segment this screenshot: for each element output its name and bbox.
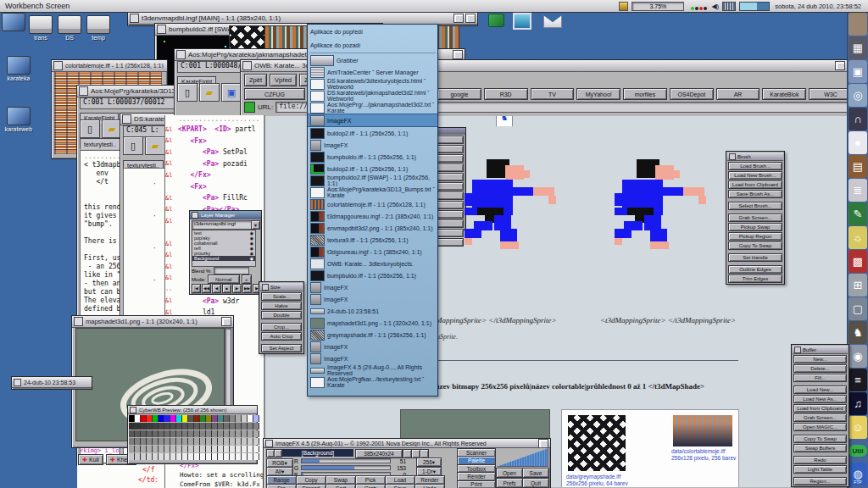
palette-swatch[interactable]: [182, 423, 188, 430]
brush-button-loadnewbrush[interactable]: Load New Brush...: [728, 171, 782, 180]
palette-swatch[interactable]: [200, 430, 206, 437]
brush-button-loadbrush[interactable]: Load Brush...: [728, 162, 782, 170]
palette-swatch[interactable]: [188, 446, 194, 452]
palette-swatch[interactable]: [200, 453, 206, 460]
palette-swatch[interactable]: [182, 446, 188, 452]
buffer-button-fill[interactable]: Fill...: [793, 374, 847, 382]
bookmark-button-karateblok[interactable]: KarateBlok: [762, 88, 806, 100]
palette-swatch[interactable]: [224, 415, 230, 422]
palette-swatch[interactable]: [194, 453, 200, 460]
buffer-button-loadnew[interactable]: Load New...: [793, 385, 847, 394]
close-gadget-icon[interactable]: [14, 379, 21, 386]
util-button[interactable]: Util: [849, 445, 867, 457]
palette-swatch[interactable]: [200, 415, 206, 422]
brush-button-loadfromclipboard[interactable]: Load from Clipboard: [728, 180, 782, 189]
palette-swatch[interactable]: [147, 423, 153, 430]
close-gadget-icon[interactable]: [130, 14, 139, 23]
strip-cell[interactable]: [436, 145, 464, 153]
floppy-save-icon[interactable]: ▣: [849, 60, 867, 83]
palette-swatch[interactable]: [230, 446, 236, 452]
palette-swatch[interactable]: [242, 446, 248, 452]
palette-swatch[interactable]: [194, 438, 200, 445]
image2-caption-name[interactable]: data/colortablemoje.iff: [671, 448, 736, 455]
palette-swatch[interactable]: [200, 438, 206, 445]
size-button-autocrop[interactable]: Auto Crop: [261, 332, 302, 341]
palette-swatch[interactable]: [194, 415, 200, 422]
brush-button-savebrushas[interactable]: Save Brush As...: [728, 190, 782, 198]
menu-item[interactable]: ImageFX 4.5 (29-Aug-0..., All Rights Res…: [308, 364, 437, 376]
save-disk-icon[interactable]: ▣: [221, 83, 242, 102]
palette-swatch[interactable]: [206, 423, 212, 430]
layer-manager-window[interactable]: Layer Manager t3denvmapdbl.ingf ▾ text◉p…: [189, 210, 262, 295]
speaker-icon[interactable]: ◀): [711, 3, 719, 10]
menu-item[interactable]: envmapdblt3d2.png - 1:1 (385x240, 1:1): [308, 222, 437, 234]
strip-cell[interactable]: [436, 210, 464, 219]
palette-swatch[interactable]: [153, 438, 159, 445]
strip-cell[interactable]: [436, 173, 464, 181]
photos-icon[interactable]: [513, 13, 531, 30]
palette-swatch[interactable]: [159, 453, 164, 460]
palette-swatch[interactable]: [176, 446, 182, 452]
channel-slider-R[interactable]: [301, 458, 391, 463]
palette-swatch[interactable]: [242, 438, 248, 445]
close-gadget-icon[interactable]: [192, 212, 198, 219]
palette-swatch[interactable]: [206, 438, 212, 445]
brush-panel[interactable]: Brush Load Brush...Load New Brush...Load…: [726, 151, 785, 285]
depth-gadget-icon[interactable]: [453, 50, 463, 59]
size-button-double[interactable]: Double: [261, 311, 302, 319]
rainbow-smiley-icon[interactable]: ☺: [849, 416, 867, 439]
palette-swatch[interactable]: [141, 430, 147, 437]
strip-cell[interactable]: [436, 136, 464, 144]
palette-swatch[interactable]: [206, 415, 212, 422]
open-folder-icon[interactable]: ▰: [145, 136, 165, 155]
menu-item[interactable]: t3dgoureau.ingf - 1:1 (385x240, 1:1): [308, 246, 437, 258]
palette-swatch[interactable]: [176, 453, 182, 460]
buffer-button-grabscreen[interactable]: Grab Screen...: [793, 413, 847, 422]
buffer-button-new[interactable]: New...: [793, 355, 847, 363]
palette-swatch[interactable]: [164, 438, 170, 445]
new-document-icon[interactable]: ▯: [80, 119, 100, 138]
nav-button-vpřed[interactable]: Vpřed: [270, 74, 297, 86]
palette-swatch[interactable]: [141, 438, 147, 445]
bookmark-button-morfiles[interactable]: morfiles: [623, 88, 667, 100]
palette-swatch[interactable]: [236, 415, 242, 422]
palette-swatch[interactable]: [188, 430, 194, 437]
palette-swatch[interactable]: [200, 446, 206, 452]
headphones-icon[interactable]: ∩: [849, 108, 867, 130]
palette-swatch[interactable]: [253, 446, 259, 452]
palette-swatch[interactable]: [236, 438, 242, 445]
palette-swatch[interactable]: [212, 438, 218, 445]
buffer-button-openmagic[interactable]: Open MAGIC...: [793, 423, 847, 431]
menu-item[interactable]: t3dmapgoureau.ingf - 2:1 (385x240, 1:1): [308, 210, 437, 222]
file-tab[interactable]: texturytesti..: [80, 138, 120, 149]
palette-swatch[interactable]: [159, 423, 164, 430]
palette-swatch[interactable]: [164, 423, 170, 430]
buffer-button-region[interactable]: Region...: [793, 477, 847, 485]
layer-visible-eye-icon[interactable]: ◉: [250, 256, 253, 261]
menu-item[interactable]: DS:karateweb/jakmapshadet3d2.html ˇ Webw…: [308, 90, 437, 102]
palette-swatch[interactable]: [218, 430, 224, 437]
palette-swatch[interactable]: [236, 430, 242, 437]
palette-swatch[interactable]: [141, 446, 147, 452]
imagefx-prefs-button[interactable]: Prefs: [496, 478, 523, 488]
palette-swatch[interactable]: [206, 446, 212, 452]
palette-swatch[interactable]: [188, 423, 194, 430]
close-gadget-icon[interactable]: [176, 50, 186, 59]
palette-grid[interactable]: [128, 414, 257, 462]
palette-swatch[interactable]: [194, 423, 200, 430]
palette-swatch[interactable]: [176, 423, 182, 430]
palette-swatch[interactable]: [253, 423, 259, 430]
close-gadget-icon[interactable]: [130, 407, 136, 413]
brush-button-sethandle[interactable]: Set Handle: [728, 253, 782, 262]
palette-swatch[interactable]: [242, 415, 248, 422]
palette-swatch[interactable]: [236, 453, 242, 460]
size-button-crop[interactable]: Crop...: [261, 323, 302, 331]
close-gadget-icon[interactable]: [79, 86, 88, 96]
palette-swatch[interactable]: [242, 453, 248, 460]
palette-swatch[interactable]: [230, 415, 236, 422]
idea-bulb-icon[interactable]: ☼: [849, 226, 867, 249]
brush-button-pickupregion[interactable]: Pickup Region: [728, 232, 782, 241]
palette-swatch[interactable]: [206, 453, 212, 460]
palette-swatch[interactable]: [141, 453, 147, 460]
search-disk-icon[interactable]: ◎: [849, 84, 867, 107]
